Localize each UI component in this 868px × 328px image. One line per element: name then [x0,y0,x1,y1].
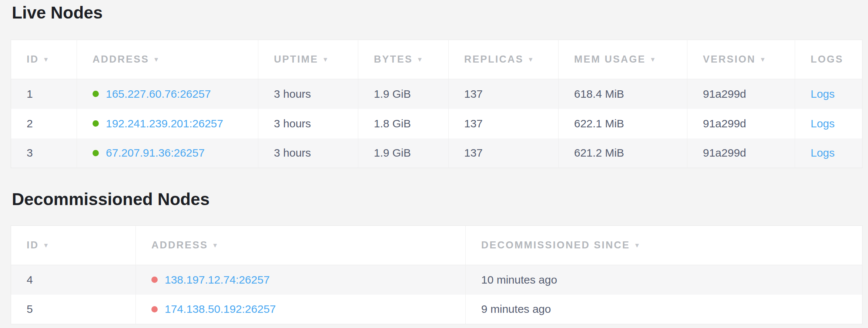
node-address-link[interactable]: 165.227.60.76:26257 [106,88,211,100]
column-header-version[interactable]: VERSION▾ [687,40,795,79]
live-status-dot-icon [93,120,99,127]
column-header-id[interactable]: ID▾ [11,40,77,79]
node-address-link[interactable]: 174.138.50.192:26257 [165,303,276,315]
column-header-label: ID [27,240,39,251]
cell-logs: Logs [795,79,862,109]
cell-decommissioned-since: 9 minutes ago [466,295,862,324]
column-header-label: LOGS [811,54,844,65]
live-nodes-title: Live Nodes [11,0,862,22]
cell-node-address: 165.227.60.76:26257 [77,79,258,109]
cell-replicas: 137 [449,79,559,109]
decommissioned-nodes-table: ID▾ ADDRESS▾ DECOMMISSIONED SINCE▾ 4 138… [11,225,862,324]
cell-logs: Logs [795,109,862,138]
column-header-label: MEM USAGE [574,54,646,65]
column-header-label: ADDRESS [151,240,208,251]
cell-version: 91a299d [687,79,795,109]
live-status-dot-icon [93,91,99,97]
column-header-label: REPLICAS [464,54,524,65]
table-row: 4 138.197.12.74:26257 10 minutes ago [11,265,862,295]
column-header-label: VERSION [703,54,756,65]
column-header-label: ID [27,54,39,65]
node-address-link[interactable]: 67.207.91.36:26257 [106,147,205,159]
cell-mem-usage: 621.2 MiB [559,138,687,168]
cell-uptime: 3 hours [258,79,358,109]
column-header-logs: LOGS [795,40,862,79]
cell-node-address: 192.241.239.201:26257 [77,109,258,138]
sort-arrow-icon: ▾ [418,55,422,64]
column-header-uptime[interactable]: UPTIME▾ [258,40,358,79]
cell-logs: Logs [795,138,862,168]
cell-bytes: 1.9 GiB [358,138,449,168]
table-row: 5 174.138.50.192:26257 9 minutes ago [11,295,862,324]
column-header-label: UPTIME [274,54,318,65]
cell-node-address: 67.207.91.36:26257 [77,138,258,168]
column-header-address[interactable]: ADDRESS▾ [77,40,258,79]
cell-node-id: 1 [11,79,77,109]
cell-replicas: 137 [449,109,559,138]
sort-arrow-icon: ▾ [761,55,765,64]
cell-decommissioned-since: 10 minutes ago [466,265,862,295]
column-header-label: DECOMMISSIONED SINCE [481,240,630,251]
page-content: Live Nodes ID▾ ADDRESS▾ UPTIME▾ BYTES▾ R… [0,0,868,324]
live-nodes-header-row: ID▾ ADDRESS▾ UPTIME▾ BYTES▾ REPLICAS▾ ME… [11,40,862,79]
cell-bytes: 1.8 GiB [358,109,449,138]
cell-uptime: 3 hours [258,109,358,138]
sort-arrow-icon: ▾ [44,55,48,64]
logs-link[interactable]: Logs [811,147,835,159]
node-address-link[interactable]: 138.197.12.74:26257 [165,274,270,286]
table-row: 3 67.207.91.36:26257 3 hours 1.9 GiB 137… [11,138,862,168]
sort-arrow-icon: ▾ [213,241,217,250]
column-header-decommissioned-since[interactable]: DECOMMISSIONED SINCE▾ [466,226,862,265]
column-header-address[interactable]: ADDRESS▾ [136,226,466,265]
table-row: 1 165.227.60.76:26257 3 hours 1.9 GiB 13… [11,79,862,109]
decommissioned-nodes-title: Decommissioned Nodes [11,187,862,209]
cell-bytes: 1.9 GiB [358,79,449,109]
cell-node-id: 4 [11,265,136,295]
cell-node-id: 2 [11,109,77,138]
live-status-dot-icon [93,150,99,156]
sort-arrow-icon: ▾ [154,55,158,64]
logs-link[interactable]: Logs [811,117,835,130]
column-header-mem-usage[interactable]: MEM USAGE▾ [559,40,687,79]
column-header-label: BYTES [374,54,413,65]
decommissioned-status-dot-icon [151,277,158,283]
column-header-id[interactable]: ID▾ [11,226,136,265]
cell-replicas: 137 [449,138,559,168]
column-header-replicas[interactable]: REPLICAS▾ [449,40,559,79]
sort-arrow-icon: ▾ [529,55,533,64]
sort-arrow-icon: ▾ [651,55,655,64]
sort-arrow-icon: ▾ [324,55,327,64]
decommissioned-nodes-header-row: ID▾ ADDRESS▾ DECOMMISSIONED SINCE▾ [11,226,862,265]
cell-node-address: 138.197.12.74:26257 [136,265,466,295]
cell-node-id: 3 [11,138,77,168]
cell-mem-usage: 622.1 MiB [559,109,687,138]
cell-node-id: 5 [11,295,136,324]
logs-link[interactable]: Logs [811,88,835,100]
decommissioned-status-dot-icon [151,306,158,312]
sort-arrow-icon: ▾ [44,241,48,250]
table-row: 2 192.241.239.201:26257 3 hours 1.8 GiB … [11,109,862,138]
node-address-link[interactable]: 192.241.239.201:26257 [106,117,223,130]
nodes-overview-page: { "icons": { "sort_arrow": "▾" }, "color… [0,0,868,328]
cell-mem-usage: 618.4 MiB [559,79,687,109]
cell-node-address: 174.138.50.192:26257 [136,295,466,324]
column-header-bytes[interactable]: BYTES▾ [358,40,449,79]
cell-version: 91a299d [687,109,795,138]
cell-version: 91a299d [687,138,795,168]
live-nodes-table: ID▾ ADDRESS▾ UPTIME▾ BYTES▾ REPLICAS▾ ME… [11,40,862,168]
column-header-label: ADDRESS [93,54,149,65]
sort-arrow-icon: ▾ [635,241,639,250]
cell-uptime: 3 hours [258,138,358,168]
